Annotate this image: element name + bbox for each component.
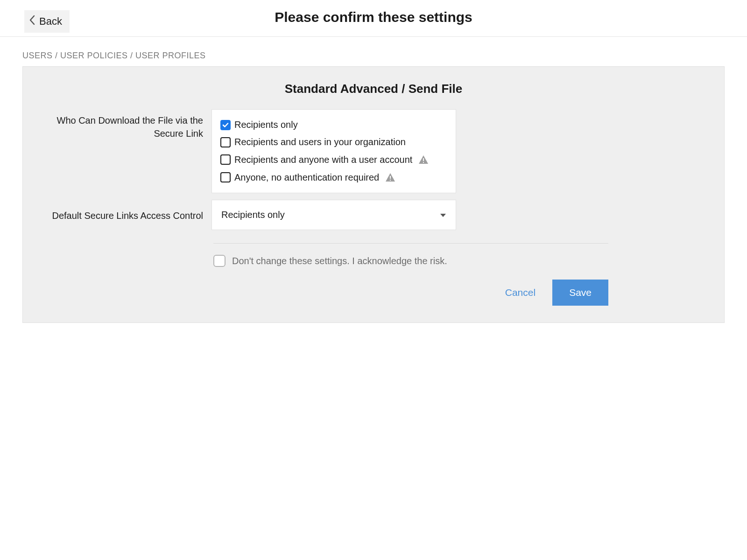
acknowledge-text: Don't change these settings. I acknowled… [232, 254, 447, 268]
option-label: Recipients and users in your organizatio… [234, 137, 406, 147]
select-value: Recipients only [221, 210, 285, 220]
warning-icon [418, 154, 429, 165]
panel-title: Standard Advanced / Send File [23, 82, 724, 96]
option-label: Recipients only [234, 119, 298, 130]
cancel-button[interactable]: Cancel [501, 280, 539, 305]
checkbox-icon [220, 172, 231, 182]
content: USERS / USER POLICIES / USER PROFILES St… [0, 37, 747, 323]
option-recipients-anyone-account[interactable]: Recipients and anyone with a user accoun… [220, 151, 447, 168]
save-button[interactable]: Save [552, 280, 608, 306]
panel-footer: Don't change these settings. I acknowled… [23, 243, 724, 306]
option-recipients-org[interactable]: Recipients and users in your organizatio… [220, 133, 447, 151]
page-title: Please confirm these settings [275, 9, 472, 25]
acknowledge-row[interactable]: Don't change these settings. I acknowled… [213, 244, 608, 268]
acknowledge-checkbox[interactable] [213, 255, 226, 267]
checkbox-icon [220, 137, 231, 147]
download-label: Who Can Download the File via the Secure… [29, 109, 211, 140]
svg-rect-3 [390, 180, 391, 181]
chevron-down-icon [440, 210, 446, 220]
option-label: Anyone, no authentication required [234, 172, 379, 183]
checkbox-icon [220, 154, 231, 165]
action-buttons: Cancel Save [213, 268, 608, 306]
download-row: Who Can Download the File via the Secure… [23, 109, 724, 193]
option-recipients-only[interactable]: Recipients only [220, 116, 447, 133]
back-button[interactable]: Back [24, 10, 70, 33]
back-label: Back [39, 15, 62, 28]
svg-rect-2 [390, 176, 391, 179]
default-access-select[interactable]: Recipients only [211, 200, 456, 230]
warning-icon [385, 172, 396, 183]
option-label: Recipients and anyone with a user accoun… [234, 154, 412, 165]
chevron-left-icon [29, 15, 35, 28]
default-access-row: Default Secure Links Access Control Reci… [23, 200, 724, 230]
header: Back Please confirm these settings [0, 0, 747, 37]
breadcrumb: USERS / USER POLICIES / USER PROFILES [22, 37, 725, 66]
settings-panel: Standard Advanced / Send File Who Can Do… [22, 66, 725, 323]
option-anyone-no-auth[interactable]: Anyone, no authentication required [220, 168, 447, 186]
default-access-label: Default Secure Links Access Control [29, 200, 211, 222]
svg-rect-0 [423, 158, 424, 161]
svg-rect-1 [423, 162, 424, 163]
download-options: Recipients only Recipients and users in … [211, 109, 456, 193]
checkbox-icon [220, 120, 231, 130]
